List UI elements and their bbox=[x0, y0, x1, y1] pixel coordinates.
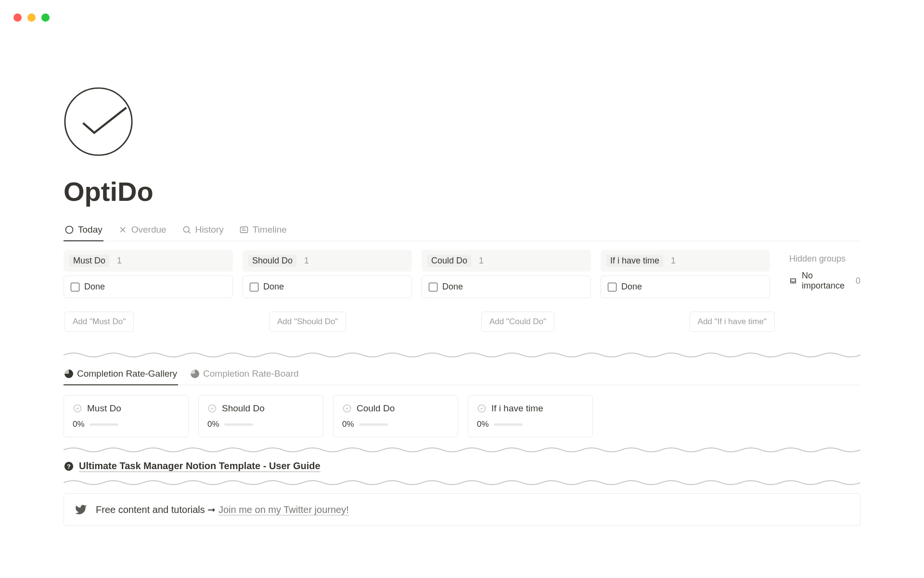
completion-gallery: Must Do 0% Should Do 0% Could Do 0 bbox=[64, 395, 860, 437]
task-card[interactable]: Done bbox=[422, 276, 591, 298]
circle-icon bbox=[64, 225, 74, 235]
add-should-do-button[interactable]: Add "Should Do" bbox=[269, 312, 346, 332]
column-header[interactable]: Must Do 1 bbox=[64, 250, 233, 272]
checkbox-icon[interactable] bbox=[429, 283, 437, 291]
task-title: Done bbox=[84, 282, 105, 292]
column-label: Must Do bbox=[69, 255, 109, 267]
progress-percent: 0% bbox=[342, 420, 354, 429]
callout-text: Free content and tutorials ➞ Join me on … bbox=[96, 504, 349, 515]
help-icon: ? bbox=[64, 461, 74, 472]
task-card[interactable]: Done bbox=[64, 276, 233, 298]
add-must-do-button[interactable]: Add "Must Do" bbox=[64, 312, 134, 332]
hidden-groups: Hidden groups No importance 0 bbox=[789, 250, 860, 298]
gallery-card-could-do[interactable]: Could Do 0% bbox=[333, 395, 458, 437]
column-count: 1 bbox=[479, 256, 484, 266]
tab-completion-board[interactable]: Completion Rate-Board bbox=[190, 366, 300, 385]
tab-today[interactable]: Today bbox=[64, 221, 103, 241]
gallery-card-should-do[interactable]: Should Do 0% bbox=[198, 395, 323, 437]
progress-percent: 0% bbox=[207, 420, 219, 429]
gallery-card-label: Should Do bbox=[222, 403, 265, 414]
add-could-do-button[interactable]: Add "Could Do" bbox=[481, 312, 554, 332]
task-title: Done bbox=[442, 282, 463, 292]
column-label: Could Do bbox=[427, 255, 471, 267]
add-if-time-button[interactable]: Add "If i have time" bbox=[690, 312, 775, 332]
close-window-icon[interactable] bbox=[13, 13, 22, 22]
hidden-group-item[interactable]: No importance 0 bbox=[789, 271, 860, 291]
column-should-do: Should Do 1 Done bbox=[243, 250, 412, 298]
tab-timeline-label: Timeline bbox=[253, 224, 287, 235]
checkbox-icon[interactable] bbox=[71, 283, 79, 291]
kanban-board: Must Do 1 Done Should Do 1 Done Could Do… bbox=[64, 250, 860, 298]
divider-wave bbox=[64, 446, 860, 454]
task-title: Done bbox=[263, 282, 284, 292]
checkbox-icon[interactable] bbox=[608, 283, 616, 291]
column-label: If i have time bbox=[606, 255, 663, 267]
gallery-card-label: Must Do bbox=[87, 403, 121, 414]
view-tabs: Today Overdue History Timeline bbox=[64, 221, 860, 241]
tab-timeline[interactable]: Timeline bbox=[238, 221, 288, 241]
inbox-icon bbox=[789, 276, 797, 286]
progress-ring-icon bbox=[342, 404, 352, 413]
add-buttons-row: Add "Must Do" Add "Should Do" Add "Could… bbox=[64, 312, 776, 332]
minimize-window-icon[interactable] bbox=[27, 13, 36, 22]
task-card[interactable]: Done bbox=[243, 276, 412, 298]
checkbox-icon[interactable] bbox=[250, 283, 258, 291]
progress-bar bbox=[359, 423, 388, 426]
column-header[interactable]: Could Do 1 bbox=[422, 250, 591, 272]
column-header[interactable]: If i have time 1 bbox=[601, 250, 770, 272]
tab-overdue-label: Overdue bbox=[131, 224, 167, 235]
column-if-time: If i have time 1 Done bbox=[601, 250, 770, 298]
tab-completion-gallery-label: Completion Rate-Gallery bbox=[77, 368, 177, 379]
tab-history[interactable]: History bbox=[181, 221, 225, 241]
tab-history-label: History bbox=[195, 224, 224, 235]
tab-completion-board-label: Completion Rate-Board bbox=[203, 368, 299, 379]
column-must-do: Must Do 1 Done bbox=[64, 250, 233, 298]
gallery-card-must-do[interactable]: Must Do 0% bbox=[64, 395, 189, 437]
pie-icon bbox=[64, 369, 73, 378]
progress-bar bbox=[90, 423, 118, 426]
hidden-groups-title: Hidden groups bbox=[789, 254, 860, 264]
hidden-group-label: No importance bbox=[802, 271, 847, 291]
divider-wave bbox=[64, 479, 860, 486]
progress-percent: 0% bbox=[73, 420, 85, 429]
twitter-callout: Free content and tutorials ➞ Join me on … bbox=[64, 493, 860, 526]
maximize-window-icon[interactable] bbox=[41, 13, 50, 22]
x-icon bbox=[118, 225, 128, 235]
search-icon bbox=[182, 225, 192, 235]
user-guide-link[interactable]: ? Ultimate Task Manager Notion Template … bbox=[64, 460, 860, 472]
window-traffic-lights[interactable] bbox=[13, 13, 50, 22]
completion-tabs: Completion Rate-Gallery Completion Rate-… bbox=[64, 366, 860, 385]
tab-completion-gallery[interactable]: Completion Rate-Gallery bbox=[64, 366, 178, 385]
progress-percent: 0% bbox=[477, 420, 489, 429]
column-count: 1 bbox=[304, 256, 309, 266]
progress-ring-icon bbox=[207, 404, 217, 413]
task-title: Done bbox=[621, 282, 642, 292]
divider-wave bbox=[64, 351, 860, 359]
callout-prefix: Free content and tutorials ➞ bbox=[96, 504, 218, 515]
gallery-card-label: If i have time bbox=[491, 403, 543, 414]
twitter-icon bbox=[75, 503, 87, 516]
page-logo bbox=[64, 87, 133, 157]
svg-point-1 bbox=[66, 226, 73, 234]
tab-overdue[interactable]: Overdue bbox=[117, 221, 167, 241]
progress-bar bbox=[494, 423, 523, 426]
pie-icon bbox=[191, 369, 199, 378]
callout-link[interactable]: Join me on my Twitter journey! bbox=[218, 504, 349, 515]
page-title: OptiDo bbox=[64, 176, 860, 207]
column-label: Should Do bbox=[248, 255, 296, 267]
column-header[interactable]: Should Do 1 bbox=[243, 250, 412, 272]
gallery-card-label: Could Do bbox=[357, 403, 395, 414]
timeline-icon bbox=[239, 225, 249, 235]
column-count: 1 bbox=[671, 256, 676, 266]
svg-point-2 bbox=[183, 226, 189, 232]
gallery-card-if-time[interactable]: If i have time 0% bbox=[468, 395, 593, 437]
column-could-do: Could Do 1 Done bbox=[422, 250, 591, 298]
progress-ring-icon bbox=[477, 404, 487, 413]
progress-ring-icon bbox=[73, 404, 82, 413]
user-guide-label: Ultimate Task Manager Notion Template - … bbox=[79, 460, 321, 472]
svg-text:?: ? bbox=[67, 463, 71, 470]
tab-today-label: Today bbox=[78, 224, 103, 235]
task-card[interactable]: Done bbox=[601, 276, 770, 298]
hidden-group-count: 0 bbox=[856, 276, 860, 286]
svg-point-0 bbox=[65, 88, 132, 155]
